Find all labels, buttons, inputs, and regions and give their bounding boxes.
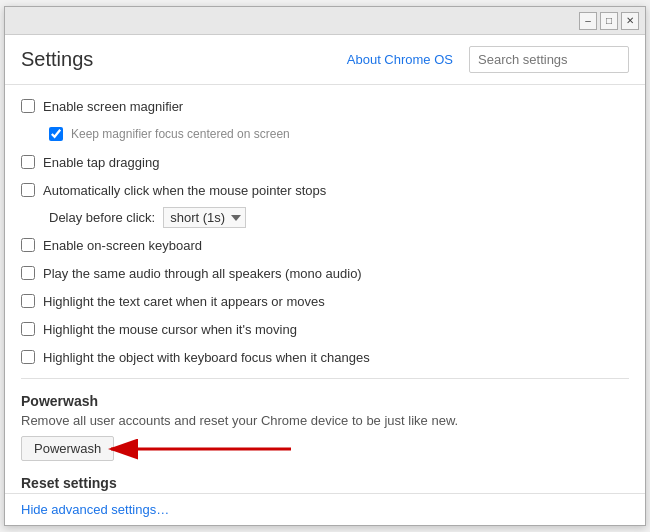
- powerwash-button[interactable]: Powerwash: [21, 436, 114, 461]
- restore-button[interactable]: □: [600, 12, 618, 30]
- highlight-focus-label: Highlight the object with keyboard focus…: [43, 350, 370, 365]
- delay-select[interactable]: short (1s): [163, 207, 246, 228]
- magnifier-focus-label: Keep magnifier focus centered on screen: [71, 127, 290, 141]
- highlight-caret-row: Highlight the text caret when it appears…: [21, 290, 629, 312]
- onscreen-keyboard-row: Enable on-screen keyboard: [21, 234, 629, 256]
- screen-magnifier-row: Enable screen magnifier: [21, 95, 629, 117]
- powerwash-title: Powerwash: [21, 393, 629, 409]
- tap-dragging-row: Enable tap dragging: [21, 151, 629, 173]
- highlight-focus-checkbox[interactable]: [21, 350, 35, 364]
- search-input[interactable]: [469, 46, 629, 73]
- magnifier-focus-row: Keep magnifier focus centered on screen: [49, 123, 629, 145]
- powerwash-section: Powerwash Remove all user accounts and r…: [21, 393, 629, 461]
- hide-advanced-link[interactable]: Hide advanced settings…: [21, 502, 169, 517]
- highlight-focus-row: Highlight the object with keyboard focus…: [21, 346, 629, 368]
- magnifier-focus-checkbox[interactable]: [49, 127, 63, 141]
- tap-dragging-label: Enable tap dragging: [43, 155, 159, 170]
- settings-content: Enable screen magnifier Keep magnifier f…: [5, 85, 645, 493]
- auto-click-row: Automatically click when the mouse point…: [21, 179, 629, 201]
- delay-row: Delay before click: short (1s): [49, 207, 629, 228]
- settings-window: – □ ✕ Settings About Chrome OS Enable sc…: [4, 6, 646, 526]
- mono-audio-row: Play the same audio through all speakers…: [21, 262, 629, 284]
- onscreen-keyboard-label: Enable on-screen keyboard: [43, 238, 202, 253]
- powerwash-desc: Remove all user accounts and reset your …: [21, 413, 629, 428]
- title-bar: – □ ✕: [5, 7, 645, 35]
- mono-audio-checkbox[interactable]: [21, 266, 35, 280]
- highlight-cursor-label: Highlight the mouse cursor when it's mov…: [43, 322, 297, 337]
- mono-audio-label: Play the same audio through all speakers…: [43, 266, 362, 281]
- close-button[interactable]: ✕: [621, 12, 639, 30]
- powerwash-row: Powerwash: [21, 436, 629, 461]
- highlight-cursor-row: Highlight the mouse cursor when it's mov…: [21, 318, 629, 340]
- delay-label: Delay before click:: [49, 210, 155, 225]
- reset-settings-section: Reset settings Restore settings to their…: [21, 475, 629, 493]
- page-title: Settings: [21, 48, 93, 71]
- header: Settings About Chrome OS: [5, 35, 645, 85]
- screen-magnifier-checkbox[interactable]: [21, 99, 35, 113]
- highlight-caret-checkbox[interactable]: [21, 294, 35, 308]
- highlight-cursor-checkbox[interactable]: [21, 322, 35, 336]
- footer: Hide advanced settings…: [5, 493, 645, 525]
- minimize-button[interactable]: –: [579, 12, 597, 30]
- red-arrow-icon: [101, 434, 301, 464]
- about-chrome-link[interactable]: About Chrome OS: [347, 52, 453, 67]
- screen-magnifier-label: Enable screen magnifier: [43, 99, 183, 114]
- header-right: About Chrome OS: [347, 46, 629, 73]
- auto-click-checkbox[interactable]: [21, 183, 35, 197]
- onscreen-keyboard-checkbox[interactable]: [21, 238, 35, 252]
- reset-settings-title: Reset settings: [21, 475, 629, 491]
- highlight-caret-label: Highlight the text caret when it appears…: [43, 294, 325, 309]
- divider-1: [21, 378, 629, 379]
- auto-click-label: Automatically click when the mouse point…: [43, 183, 326, 198]
- tap-dragging-checkbox[interactable]: [21, 155, 35, 169]
